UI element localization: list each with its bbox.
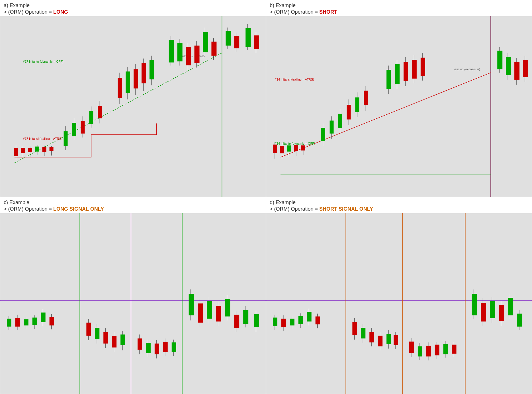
quadrant-a-header: a) Example > (ORM) Operation = LONG [0,0,266,16]
quadrant-b-header: b) Example > (ORM) Operation = SHORT [266,0,532,16]
svg-rect-47 [203,32,208,52]
svg-rect-182 [378,336,382,346]
svg-rect-166 [281,319,286,327]
svg-rect-119 [41,313,46,322]
svg-rect-117 [32,318,37,325]
svg-rect-80 [338,114,342,128]
svg-rect-43 [186,47,191,65]
svg-rect-84 [355,97,359,112]
svg-rect-104 [523,60,528,77]
svg-rect-210 [517,314,522,327]
svg-rect-76 [321,128,325,141]
quadrant-c-prefix: > (ORM) Operation = [4,206,53,212]
svg-rect-198 [452,345,457,354]
svg-rect-57 [254,35,259,49]
svg-text:#17 Res... 195.00: #17 Res... 195.00 [182,55,205,58]
svg-rect-58 [266,16,532,197]
svg-rect-94 [412,60,417,79]
quadrant-b-title: b) Example [270,3,528,9]
svg-rect-206 [499,305,504,321]
svg-rect-143 [189,294,194,315]
svg-rect-208 [508,298,513,315]
svg-rect-180 [369,332,374,342]
svg-rect-49 [211,42,216,56]
svg-rect-39 [169,40,174,62]
quadrant-d-chart [266,213,532,394]
quadrant-a-operation: LONG [53,9,68,15]
quadrant-b-subtitle: > (ORM) Operation = SHORT [270,9,528,15]
svg-rect-29 [118,78,122,98]
svg-rect-21 [72,123,76,136]
svg-text:#14 inital sl (trailing = ATRS: #14 inital sl (trailing = ATRS) [275,78,314,81]
svg-rect-111 [7,319,11,327]
svg-rect-170 [298,316,303,324]
svg-rect-157 [254,314,259,327]
svg-rect-176 [352,322,357,335]
svg-rect-147 [207,301,212,319]
svg-rect-17 [50,147,54,151]
svg-rect-131 [120,335,125,345]
svg-rect-174 [316,317,320,325]
svg-rect-127 [103,332,108,344]
svg-rect-96 [421,58,425,76]
svg-rect-178 [361,328,365,338]
svg-rect-37 [150,60,154,79]
svg-rect-168 [290,319,294,325]
quadrant-c-chart [0,213,266,394]
svg-rect-13 [35,147,39,152]
svg-rect-190 [418,346,422,357]
svg-rect-51 [226,31,231,46]
svg-rect-141 [172,342,176,352]
svg-rect-70 [287,145,291,152]
svg-rect-186 [394,335,398,345]
quadrant-a-prefix: > (ORM) Operation = [4,9,53,15]
svg-rect-145 [198,303,203,323]
svg-text:#14 inital tp (dynamic = OFF): #14 inital tp (dynamic = OFF) [275,142,315,145]
svg-rect-88 [386,70,391,89]
quadrant-d: d) Example > (ORM) Operation = SHORT SIG… [266,197,532,394]
svg-rect-9 [21,148,25,153]
svg-rect-23 [81,121,85,134]
svg-rect-196 [443,344,448,354]
svg-rect-133 [138,338,142,350]
svg-rect-100 [506,57,511,75]
svg-rect-19 [64,131,68,146]
svg-rect-11 [28,148,32,152]
svg-rect-102 [514,62,519,79]
svg-rect-78 [330,121,334,134]
quadrant-a-title: a) Example [4,3,262,9]
svg-rect-153 [234,315,239,328]
quadrant-b-prefix: > (ORM) Operation = [270,9,319,15]
quadrant-d-prefix: > (ORM) Operation = [270,206,319,212]
svg-rect-125 [95,328,99,339]
svg-rect-25 [89,111,93,124]
svg-rect-45 [195,46,200,63]
svg-rect-98 [497,51,502,69]
quadrant-d-title: d) Example [270,200,528,206]
main-grid: a) Example > (ORM) Operation = LONG [0,0,532,394]
svg-rect-192 [426,346,431,357]
svg-rect-72 [294,145,298,151]
quadrant-c-subtitle: > (ORM) Operation = LONG SIGNAL ONLY [4,206,262,212]
svg-rect-66 [273,145,277,153]
svg-rect-92 [404,62,408,81]
quadrant-a: a) Example > (ORM) Operation = LONG [0,0,266,197]
quadrant-d-operation: SHORT SIGNAL ONLY [319,206,373,212]
svg-rect-202 [481,303,486,321]
svg-rect-7 [14,148,18,156]
svg-text:-151.00 (-0.00144 P): -151.00 (-0.00144 P) [454,68,480,71]
quadrant-c-header: c) Example > (ORM) Operation = LONG SIGN… [0,197,266,213]
svg-rect-123 [86,323,91,336]
svg-rect-68 [280,146,284,153]
svg-rect-164 [273,318,277,326]
quadrant-c-title: c) Example [4,200,262,206]
svg-rect-115 [24,319,28,325]
svg-rect-41 [177,43,183,61]
quadrant-c-operation: LONG SIGNAL ONLY [53,206,104,212]
quadrant-a-subtitle: > (ORM) Operation = LONG [4,9,262,15]
svg-rect-121 [50,317,54,326]
svg-rect-155 [243,310,248,324]
svg-rect-113 [15,318,20,327]
quadrant-a-chart: #17 inital tp (dynamic = OFF) #17 inital… [0,16,266,197]
svg-rect-74 [301,145,305,151]
